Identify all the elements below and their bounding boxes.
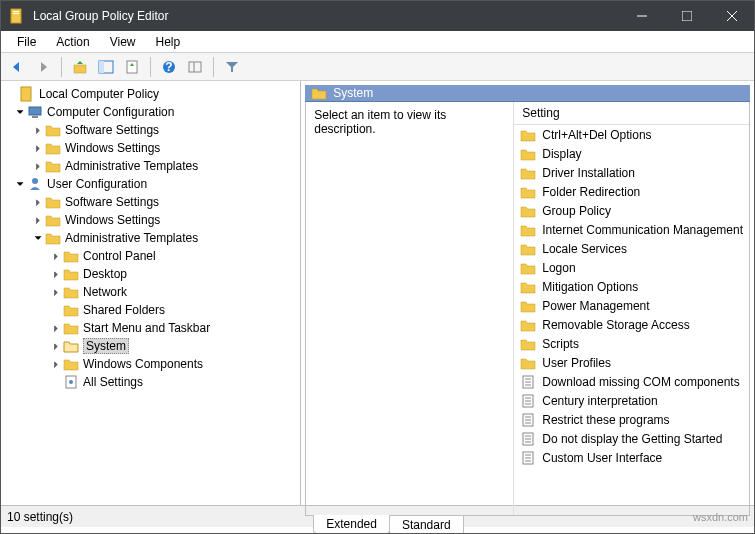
list-item[interactable]: User Profiles [514,353,749,372]
list-item[interactable]: Folder Redirection [514,182,749,201]
svg-rect-10 [127,61,137,73]
toolbar-separator [150,57,151,77]
tree-cc-software[interactable]: ⏵Software Settings [1,121,300,139]
list-item[interactable]: Restrict these programs [514,410,749,429]
list-item[interactable]: Ctrl+Alt+Del Options [514,125,749,144]
policy-item-icon [520,393,536,409]
folder-icon [45,194,61,210]
show-hide-tree-button[interactable] [94,55,118,79]
tab-standard[interactable]: Standard [389,516,464,534]
svg-rect-4 [682,11,692,21]
details-panel: System Select an item to view its descri… [301,81,754,505]
minimize-button[interactable] [619,1,664,31]
folder-icon [63,356,79,372]
list-item[interactable]: Mitigation Options [514,277,749,296]
status-text: 10 setting(s) [7,510,73,524]
tab-extended[interactable]: Extended [313,515,390,534]
tree-network[interactable]: ⏵Network [1,283,300,301]
list-item[interactable]: Driver Installation [514,163,749,182]
list-item[interactable]: Locale Services [514,239,749,258]
tree-uc-admin[interactable]: ⏷Administrative Templates [1,229,300,247]
svg-text:?: ? [165,60,172,74]
policy-item-icon [520,374,536,390]
policy-item-icon [520,450,536,466]
menu-view[interactable]: View [100,33,146,51]
list-item[interactable]: Download missing COM components [514,372,749,391]
tree-cc-admin[interactable]: ⏵Administrative Templates [1,157,300,175]
column-header-setting[interactable]: Setting [514,102,749,125]
tree-root[interactable]: Local Computer Policy [1,85,300,103]
folder-icon [520,336,536,352]
folder-icon [45,122,61,138]
panel-header: System [305,85,750,102]
svg-rect-9 [99,61,104,73]
back-button[interactable] [5,55,29,79]
folder-open-icon [63,338,79,354]
list-item[interactable]: Removable Storage Access [514,315,749,334]
toolbar-separator [61,57,62,77]
tree-windows-components[interactable]: ⏵Windows Components [1,355,300,373]
folder-icon [63,248,79,264]
settings-list: Setting Ctrl+Alt+Del Options Display Dri… [514,102,749,515]
properties-button[interactable] [120,55,144,79]
folder-icon [63,284,79,300]
list-item[interactable]: Scripts [514,334,749,353]
folder-icon [63,302,79,318]
toolbar: ? [1,53,754,81]
tree-uc-windows[interactable]: ⏵Windows Settings [1,211,300,229]
folder-icon [520,184,536,200]
menubar: File Action View Help [1,31,754,53]
folder-icon [520,165,536,181]
svg-rect-7 [74,65,86,73]
list-item[interactable]: Group Policy [514,201,749,220]
settings-icon [63,374,79,390]
tree-all-settings[interactable]: All Settings [1,373,300,391]
description-column: Select an item to view its description. [306,102,514,515]
navigation-tree[interactable]: Local Computer Policy ⏷Computer Configur… [1,81,301,505]
folder-icon [520,317,536,333]
list-item[interactable]: Display [514,144,749,163]
tree-start-menu[interactable]: ⏵Start Menu and Taskbar [1,319,300,337]
help-button[interactable]: ? [157,55,181,79]
svg-rect-2 [13,13,19,14]
list-item[interactable]: Power Management [514,296,749,315]
up-button[interactable] [68,55,92,79]
panel-title: System [333,86,373,100]
settings-scroll[interactable]: Ctrl+Alt+Del Options Display Driver Inst… [514,125,749,515]
folder-icon [520,222,536,238]
tree-user-config[interactable]: ⏷User Configuration [1,175,300,193]
menu-help[interactable]: Help [146,33,191,51]
svg-rect-15 [21,87,31,101]
folder-icon [311,85,327,101]
options-button[interactable] [183,55,207,79]
list-item[interactable]: Internet Communication Management [514,220,749,239]
policy-item-icon [520,412,536,428]
tree-uc-software[interactable]: ⏵Software Settings [1,193,300,211]
menu-action[interactable]: Action [46,33,99,51]
tree-system[interactable]: ⏵System [1,337,300,355]
svg-rect-16 [29,107,41,115]
list-item[interactable]: Logon [514,258,749,277]
tree-control-panel[interactable]: ⏵Control Panel [1,247,300,265]
folder-icon [520,298,536,314]
panel-body: Select an item to view its description. … [305,102,750,516]
tree-desktop[interactable]: ⏵Desktop [1,265,300,283]
close-button[interactable] [709,1,754,31]
tree-computer-config[interactable]: ⏷Computer Configuration [1,103,300,121]
tree-cc-windows[interactable]: ⏵Windows Settings [1,139,300,157]
view-tabs: Extended Standard [305,516,750,534]
folder-icon [45,230,61,246]
list-item[interactable]: Century interpretation [514,391,749,410]
svg-point-18 [32,178,38,184]
list-item[interactable]: Do not display the Getting Started [514,429,749,448]
list-item[interactable]: Custom User Interface [514,448,749,467]
svg-rect-1 [13,11,19,12]
tree-shared-folders[interactable]: Shared Folders [1,301,300,319]
folder-icon [45,212,61,228]
folder-icon [45,158,61,174]
forward-button[interactable] [31,55,55,79]
maximize-button[interactable] [664,1,709,31]
menu-file[interactable]: File [7,33,46,51]
folder-icon [520,279,536,295]
filter-button[interactable] [220,55,244,79]
